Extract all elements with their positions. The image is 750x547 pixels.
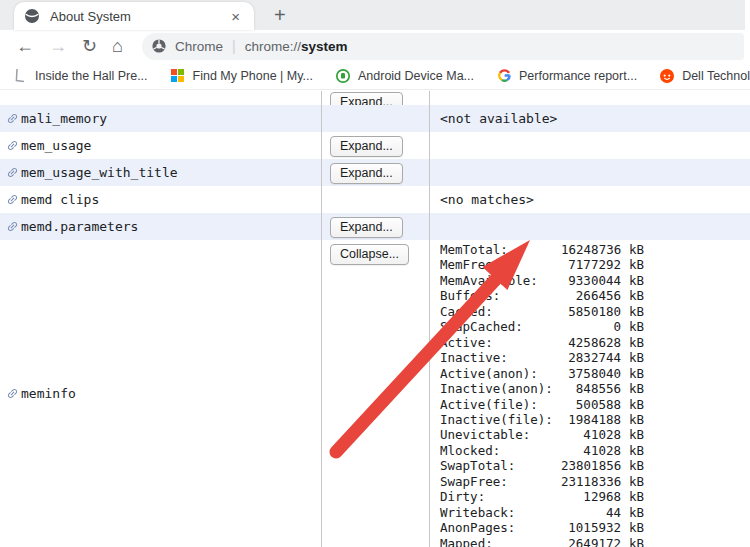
meminfo-label: MemFree: (440, 257, 561, 272)
bookmark-item-1[interactable]: Inside the Hall Pre... (12, 68, 148, 84)
meminfo-unit: kB (629, 288, 644, 303)
meminfo-value: 23801856 (561, 458, 621, 473)
row-value-cell: MemTotal:16248736kBMemFree:7177292kBMemA… (430, 240, 750, 547)
url-scheme: chrome:// (245, 39, 301, 54)
meminfo-value: 266456 (561, 288, 621, 303)
row-value-cell (430, 132, 750, 159)
meminfo-label: Cached: (440, 304, 561, 319)
meminfo-label: Mapped: (440, 536, 561, 547)
reload-icon[interactable]: ↻ (82, 37, 97, 55)
meminfo-value: 4258628 (561, 335, 621, 350)
address-bar[interactable]: Chrome | chrome:// system (142, 33, 744, 60)
meminfo-label: SwapFree: (440, 474, 561, 489)
anchor-link-icon[interactable] (6, 139, 19, 152)
meminfo-value: 23118336 (561, 474, 621, 489)
meminfo-label: Inactive: (440, 350, 561, 365)
meminfo-unit: kB (629, 397, 644, 412)
new-tab-icon[interactable]: + (274, 5, 286, 25)
meminfo-unit: kB (629, 366, 644, 381)
meminfo-line: Inactive:2832744kB (440, 350, 644, 365)
row-name-cell: meminfo (0, 240, 322, 547)
tab-close-icon[interactable]: × (227, 7, 244, 26)
meminfo-line: Dirty:12968kB (440, 489, 644, 504)
row-value-cell (430, 159, 750, 186)
bookmark-item-2[interactable]: Find My Phone | My... (170, 68, 313, 84)
meminfo-label: MemTotal: (440, 242, 561, 257)
meminfo-value: 16248736 (561, 242, 621, 257)
row-value-text: <not available> (440, 111, 557, 126)
row-name-cell: mali_memory (0, 105, 322, 132)
meminfo-line: MemAvailable:9330044kB (440, 273, 644, 288)
meminfo-line: Inactive(anon):848556kB (440, 381, 644, 396)
anchor-link-icon[interactable] (6, 112, 19, 125)
browser-toolbar: ← → ↻ ⌂ Chrome | chrome:// system (0, 30, 750, 62)
meminfo-value: 2832744 (561, 350, 621, 365)
expand-button[interactable]: Expand... (330, 163, 403, 184)
expand-button[interactable]: Expand... (330, 217, 403, 238)
meminfo-unit: kB (629, 427, 644, 442)
meminfo-label: Active(file): (440, 397, 561, 412)
anchor-link-icon[interactable] (6, 220, 19, 233)
meminfo-label: Inactive(file): (440, 412, 561, 427)
meminfo-line: Unevictable:41028kB (440, 427, 644, 442)
row-value-cell: <no matches> (430, 186, 750, 213)
row-button-cell: Expand... (322, 213, 430, 240)
page-favicon-icon (12, 68, 28, 84)
row-name-cell: mem_usage_with_title (0, 159, 322, 186)
tab-about-system[interactable]: About System × (14, 2, 254, 30)
bookmark-item-3[interactable]: Android Device Ma... (335, 68, 474, 84)
globe-icon (24, 8, 40, 24)
table-row-mali-memory: mali_memory<not available> (0, 105, 750, 132)
meminfo-unit: kB (629, 319, 644, 334)
row-name-cell: memd.parameters (0, 213, 322, 240)
tab-title: About System (50, 9, 227, 24)
row-button-cell: Expand... (322, 159, 430, 186)
meminfo-unit: kB (629, 412, 644, 427)
meminfo-unit: kB (629, 520, 644, 535)
expand-button[interactable]: Expand... (330, 92, 403, 105)
expand-button[interactable]: Expand... (330, 136, 403, 157)
meminfo-unit: kB (629, 257, 644, 272)
meminfo-label: Dirty: (440, 489, 561, 504)
bookmark-item-4[interactable]: Performance report... (496, 68, 637, 84)
table-row-mem-usage-with-title: mem_usage_with_titleExpand... (0, 159, 750, 186)
anchor-link-icon[interactable] (6, 193, 19, 206)
row-value-cell (430, 213, 750, 240)
meminfo-unit: kB (629, 273, 644, 288)
home-icon[interactable]: ⌂ (112, 37, 123, 55)
meminfo-line: Active:4258628kB (440, 335, 644, 350)
meminfo-value: 41028 (561, 427, 621, 442)
meminfo-line: Active(file):500588kB (440, 397, 644, 412)
row-button-cell: Expand... (322, 91, 430, 105)
back-icon[interactable]: ← (16, 37, 34, 55)
bookmark-label: Android Device Ma... (358, 69, 474, 83)
forward-icon: → (49, 37, 67, 55)
meminfo-value: 41028 (561, 443, 621, 458)
meminfo-label: Buffers: (440, 288, 561, 303)
meminfo-line: Writeback:44kB (440, 505, 644, 520)
meminfo-unit: kB (629, 536, 644, 547)
meminfo-value: 3758040 (561, 366, 621, 381)
meminfo-label: Mlocked: (440, 443, 561, 458)
bookmark-label: Inside the Hall Pre... (35, 69, 148, 83)
table-row-meminfo: meminfoCollapse...MemTotal:16248736kBMem… (0, 240, 750, 547)
chrome-logo-icon (151, 38, 167, 54)
bookmark-label: Performance report... (519, 69, 637, 83)
collapse-button[interactable]: Collapse... (330, 244, 409, 265)
bookmark-item-5[interactable]: Dell Technologie (659, 68, 750, 84)
table-row-mem-usage: mem_usageExpand... (0, 132, 750, 159)
row-button-cell: Expand... (322, 132, 430, 159)
anchor-link-icon[interactable] (6, 166, 19, 179)
google-favicon-icon (496, 68, 512, 84)
bookmark-label: Dell Technologie (682, 69, 750, 83)
meminfo-unit: kB (629, 304, 644, 319)
anchor-link-icon[interactable] (6, 387, 19, 400)
meminfo-line: MemFree:7177292kB (440, 257, 644, 272)
meminfo-label: Inactive(anon): (440, 381, 561, 396)
bookmarks-bar: Inside the Hall Pre...Find My Phone | My… (0, 62, 750, 90)
meminfo-value: 0 (561, 319, 621, 334)
meminfo-line: Inactive(file):1984188kB (440, 412, 644, 427)
meminfo-value: 12968 (561, 489, 621, 504)
meminfo-unit: kB (629, 381, 644, 396)
meminfo-line: Cached:5850180kB (440, 304, 644, 319)
